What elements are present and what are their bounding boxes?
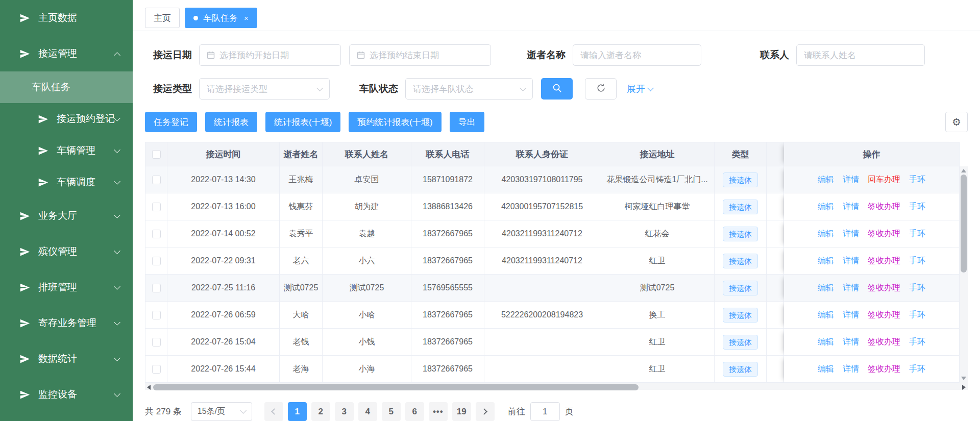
detail-link[interactable]: 详情 [843, 364, 859, 375]
goto-page-input[interactable] [530, 402, 560, 421]
wristband-link[interactable]: 手环 [909, 202, 925, 212]
sidebar-item[interactable]: 接运管理 [0, 36, 133, 71]
date-range-label: 接运日期 [145, 48, 192, 62]
sidebar-item[interactable]: 排班管理 [0, 269, 133, 305]
column-header: 联系人姓名 [323, 142, 411, 166]
edit-link[interactable]: 编辑 [818, 175, 834, 185]
page-number-button[interactable]: 2 [311, 402, 330, 421]
handle-link[interactable]: 签收办理 [868, 364, 900, 375]
sidebar-item[interactable]: 车辆管理 [0, 135, 133, 166]
wristband-link[interactable]: 手环 [909, 283, 925, 293]
sidebar-item[interactable]: 主页数据 [0, 0, 133, 36]
toolbar-button[interactable]: 任务登记 [145, 112, 197, 132]
date-start-input[interactable]: 选择预约开始日期 [199, 44, 341, 66]
detail-link[interactable]: 详情 [843, 256, 859, 266]
page-number-button[interactable]: 19 [452, 402, 471, 421]
cell-spacer [767, 193, 784, 220]
detail-link[interactable]: 详情 [843, 283, 859, 293]
toolbar-button[interactable]: 导出 [450, 112, 484, 132]
cell-spacer [767, 275, 784, 302]
horizontal-scrollbar-thumb[interactable] [153, 384, 639, 390]
wristband-link[interactable]: 手环 [909, 364, 925, 375]
wristband-link[interactable]: 手环 [909, 229, 925, 239]
edit-link[interactable]: 编辑 [818, 256, 834, 266]
scroll-up-arrow[interactable] [961, 169, 966, 172]
edit-link[interactable]: 编辑 [818, 229, 834, 239]
sidebar-item[interactable]: 寄存业务管理 [0, 305, 133, 341]
handle-link[interactable]: 签收办理 [868, 310, 900, 320]
sidebar-item[interactable]: 数据统计 [0, 341, 133, 377]
wristband-link[interactable]: 手环 [909, 175, 925, 185]
row-checkbox[interactable] [152, 230, 161, 238]
deceased-name-input[interactable]: 请输入逝者名称 [573, 44, 701, 66]
page-size-select[interactable]: 15条/页 [191, 402, 252, 421]
detail-link[interactable]: 详情 [843, 229, 859, 239]
detail-link[interactable]: 详情 [843, 310, 859, 320]
handle-link[interactable]: 签收办理 [868, 283, 900, 293]
page-number-button[interactable]: ••• [429, 402, 448, 421]
wristband-link[interactable]: 手环 [909, 337, 925, 348]
page-number-button[interactable]: 3 [335, 402, 354, 421]
row-checkbox[interactable] [152, 338, 161, 346]
vertical-scrollbar-thumb[interactable] [961, 175, 967, 273]
vertical-scrollbar[interactable] [960, 166, 968, 383]
cell-contact-name: 卓安国 [323, 166, 411, 193]
page-number-button[interactable]: 4 [358, 402, 377, 421]
sidebar-item[interactable]: 车队任务 [0, 71, 133, 103]
transport-type-select[interactable]: 请选择接运类型 [199, 78, 330, 100]
column-settings-button[interactable]: ⚙ [945, 112, 968, 132]
edit-link[interactable]: 编辑 [818, 310, 834, 320]
chevron-down-icon [114, 319, 120, 326]
wristband-link[interactable]: 手环 [909, 256, 925, 266]
scroll-right-arrow[interactable] [962, 385, 966, 390]
detail-link[interactable]: 详情 [843, 337, 859, 348]
fleet-status-select[interactable]: 请选择车队状态 [405, 78, 533, 100]
row-checkbox[interactable] [152, 284, 161, 292]
wristband-link[interactable]: 手环 [909, 310, 925, 320]
page-number-button[interactable]: 6 [405, 402, 424, 421]
cell-spacer [767, 329, 784, 356]
horizontal-scrollbar[interactable] [145, 383, 968, 390]
refresh-button[interactable] [585, 78, 617, 100]
toolbar-button[interactable]: 预约统计报表(十堰) [349, 112, 441, 132]
sidebar-item[interactable]: 接运预约登记 [0, 103, 133, 135]
toolbar-button[interactable]: 统计报表(十堰) [265, 112, 340, 132]
contact-input[interactable]: 请联系人姓名 [796, 44, 925, 66]
sidebar-item[interactable]: 监控设备 [0, 377, 133, 412]
row-checkbox[interactable] [152, 257, 161, 265]
next-page-button[interactable] [476, 402, 495, 421]
tab[interactable]: 主页 × [145, 8, 180, 28]
search-button[interactable] [541, 78, 573, 100]
handle-link[interactable]: 签收办理 [868, 337, 900, 348]
scroll-left-arrow[interactable] [147, 385, 151, 390]
handle-link[interactable]: 签收办理 [868, 229, 900, 239]
sidebar-item[interactable]: 车辆调度 [0, 166, 133, 198]
column-header: 接运时间 [167, 142, 280, 166]
row-checkbox[interactable] [152, 176, 161, 184]
toolbar-button[interactable]: 统计报表 [205, 112, 257, 132]
sidebar-item[interactable]: 业务大厅 [0, 198, 133, 234]
edit-link[interactable]: 编辑 [818, 337, 834, 348]
expand-link[interactable]: 展开 [627, 83, 653, 95]
edit-link[interactable]: 编辑 [818, 283, 834, 293]
detail-link[interactable]: 详情 [843, 175, 859, 185]
handle-link[interactable]: 签收办理 [868, 256, 900, 266]
close-icon[interactable]: × [244, 14, 249, 22]
handle-link[interactable]: 回车办理 [868, 175, 900, 185]
select-all-checkbox[interactable] [152, 150, 161, 159]
edit-link[interactable]: 编辑 [818, 364, 834, 375]
scroll-down-arrow[interactable] [961, 377, 966, 380]
page-number-button[interactable]: 1 [288, 402, 307, 421]
page-number-button[interactable]: 5 [382, 402, 401, 421]
sidebar-item[interactable]: 殡仪管理 [0, 234, 133, 269]
row-checkbox[interactable] [152, 203, 161, 211]
edit-link[interactable]: 编辑 [818, 202, 834, 212]
row-checkbox[interactable] [152, 365, 161, 374]
date-end-input[interactable]: 选择预约结束日期 [349, 44, 491, 66]
row-checkbox[interactable] [152, 311, 161, 319]
sidebar-item-label: 业务大厅 [38, 209, 77, 222]
handle-link[interactable]: 签收办理 [868, 202, 900, 212]
tab[interactable]: 车队任务 × [185, 8, 257, 28]
detail-link[interactable]: 详情 [843, 202, 859, 212]
prev-page-button[interactable] [264, 402, 283, 421]
